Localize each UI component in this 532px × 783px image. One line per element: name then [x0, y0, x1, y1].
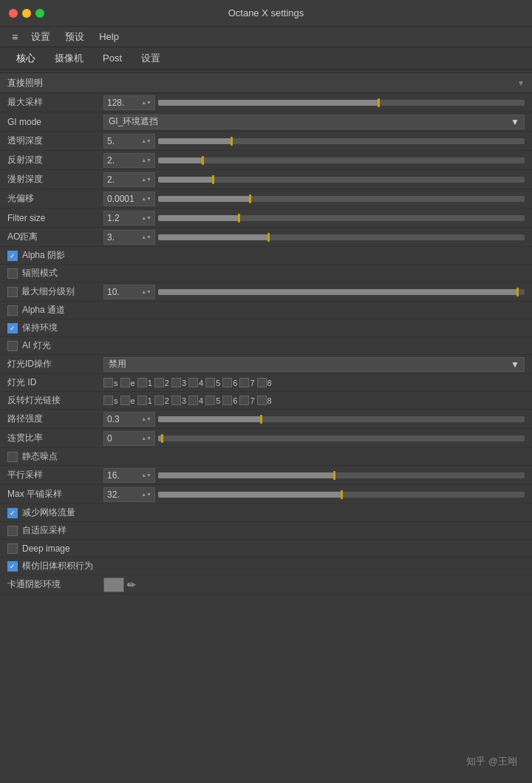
rlk-checkbox-1[interactable]: [137, 396, 147, 405]
light-id-checkbox-1[interactable]: [137, 378, 147, 387]
slider-ao-distance[interactable]: [158, 234, 525, 240]
rlk-checkbox-3[interactable]: [171, 396, 181, 405]
spinbox-parallel-samples[interactable]: 16. ▲▼: [103, 468, 155, 483]
light-id-checkbox-7[interactable]: [239, 378, 249, 387]
light-id-checkbox-s[interactable]: [103, 378, 113, 387]
rlk-checkbox-s[interactable]: [103, 396, 113, 405]
dropdown-gi-mode[interactable]: GI_环境遮挡 ▼: [103, 115, 525, 129]
light-id-checkbox-3[interactable]: [171, 378, 181, 387]
slider-path-intensity[interactable]: [158, 416, 525, 422]
rlk-2: 2: [154, 396, 169, 405]
rlk-checkbox-2[interactable]: [154, 396, 164, 405]
row-light-id: 灯光 ID s e 1 2 3: [0, 374, 532, 392]
light-id-checkbox-e[interactable]: [120, 378, 130, 387]
spinbox-max-subdivision[interactable]: 10. ▲▼: [103, 285, 155, 299]
light-id-checkbox-2[interactable]: [154, 378, 164, 387]
tab-camera[interactable]: 摄像机: [46, 49, 92, 68]
slider-parallel-samples[interactable]: [158, 472, 525, 478]
control-cartoon-shadow: ✏: [103, 577, 525, 592]
spinbox-path-intensity[interactable]: 0.3 ▲▼: [103, 412, 155, 427]
hamburger-icon[interactable]: ≡: [7, 30, 22, 44]
row-reverse-light-link: 反转灯光链接 s e 1 2 3: [0, 392, 532, 410]
checkbox-reduce-network[interactable]: [7, 508, 18, 518]
rlk-checkbox-4[interactable]: [188, 396, 198, 405]
spinbox-diffuse-depth[interactable]: 2. ▲▼: [103, 172, 155, 187]
checkbox-adaptive-sampling[interactable]: [7, 526, 18, 536]
light-id-checkbox-8[interactable]: [257, 378, 267, 387]
light-id-1: 1: [137, 378, 152, 387]
traffic-lights: [9, 9, 44, 18]
menu-item-presets[interactable]: 预设: [59, 29, 90, 45]
chevron-down-icon: ▼: [511, 359, 519, 370]
tab-core[interactable]: 核心: [7, 49, 44, 68]
spinbox-arrows: ▲▼: [141, 492, 151, 497]
close-button[interactable]: [9, 9, 18, 18]
rlk-checkbox-5[interactable]: [205, 396, 215, 405]
color-swatch[interactable]: [103, 577, 124, 592]
checkbox-deep-image[interactable]: [7, 543, 18, 554]
chevron-down-icon: ▼: [517, 79, 525, 87]
checkbox-alpha-channel[interactable]: [7, 305, 18, 316]
chevron-down-icon: ▼: [511, 117, 519, 127]
checkbox-legacy-volume[interactable]: [7, 561, 18, 572]
maximize-button[interactable]: [35, 9, 44, 18]
label-reflection-depth: 反射深度: [7, 154, 103, 166]
control-light-id-op: 禁用 ▼: [103, 357, 525, 372]
checkbox-alpha-shadow[interactable]: [7, 251, 18, 261]
eyedropper-icon[interactable]: ✏: [127, 579, 136, 591]
checkbox-static-noise[interactable]: [7, 452, 18, 462]
slider-transparency-depth[interactable]: [158, 138, 525, 144]
slider-coherence-ratio[interactable]: [158, 435, 525, 441]
reverse-light-link-boxes: s e 1 2 3 4 5: [103, 396, 272, 405]
spinbox-arrows: ▲▼: [141, 138, 151, 143]
slider-max-samples[interactable]: [158, 100, 525, 106]
checkbox-max-subdivision[interactable]: [7, 287, 18, 297]
control-filter-size: 1.2 ▲▼: [103, 211, 525, 226]
label-reduce-network: 减少网络流量: [22, 506, 75, 519]
spinbox-light-offset[interactable]: 0.0001 ▲▼: [103, 191, 155, 206]
section-header-direct-lighting[interactable]: 直接照明 ▼: [0, 72, 532, 93]
rlk-checkbox-6[interactable]: [222, 396, 232, 405]
spinbox-ao-distance[interactable]: 3. ▲▼: [103, 230, 155, 245]
label-light-offset: 光偏移: [7, 192, 103, 205]
light-id-4: 4: [188, 378, 203, 387]
rlk-checkbox-e[interactable]: [120, 396, 130, 405]
label-irradiance-mode: 辐照模式: [22, 267, 58, 279]
title-bar: Octane X settings: [0, 0, 532, 27]
spinbox-filter-size[interactable]: 1.2 ▲▼: [103, 211, 155, 226]
spinbox-arrows: ▲▼: [141, 157, 151, 163]
light-id-3: 3: [171, 378, 186, 387]
label-max-subdivision: 最大细分级别: [21, 285, 75, 298]
control-ao-distance: 3. ▲▼: [103, 230, 525, 245]
spinbox-reflection-depth[interactable]: 2. ▲▼: [103, 153, 155, 168]
checkbox-keep-environment[interactable]: [7, 323, 18, 333]
slider-light-offset[interactable]: [158, 196, 525, 202]
spinbox-max-tile-samples[interactable]: 32. ▲▼: [103, 487, 155, 502]
light-id-7: 7: [239, 378, 254, 387]
checkbox-ai-lighting[interactable]: [7, 341, 18, 351]
light-id-s: s: [103, 378, 118, 387]
tab-post[interactable]: Post: [94, 50, 131, 67]
slider-filter-size[interactable]: [158, 215, 525, 221]
light-id-checkbox-4[interactable]: [188, 378, 198, 387]
light-id-checkbox-5[interactable]: [205, 378, 215, 387]
label-deep-image: Deep image: [22, 543, 70, 554]
light-id-checkbox-6[interactable]: [222, 378, 232, 387]
slider-diffuse-depth[interactable]: [158, 177, 525, 183]
menu-item-settings[interactable]: 设置: [25, 29, 56, 45]
spinbox-arrows: ▲▼: [141, 215, 151, 220]
rlk-checkbox-7[interactable]: [239, 396, 249, 405]
dropdown-light-id-op[interactable]: 禁用 ▼: [103, 357, 525, 372]
minimize-button[interactable]: [22, 9, 31, 18]
tab-settings[interactable]: 设置: [132, 49, 169, 68]
menu-item-help[interactable]: Help: [93, 30, 125, 44]
spinbox-max-samples[interactable]: 128. ▲▼: [103, 95, 155, 110]
slider-max-subdivision[interactable]: [158, 289, 525, 295]
slider-max-tile-samples[interactable]: [158, 492, 525, 498]
spinbox-transparency-depth[interactable]: 5. ▲▼: [103, 134, 155, 149]
checkbox-irradiance-mode[interactable]: [7, 268, 18, 279]
rlk-checkbox-8[interactable]: [257, 396, 267, 405]
spinbox-coherence-ratio[interactable]: 0 ▲▼: [103, 431, 155, 446]
slider-reflection-depth[interactable]: [158, 157, 525, 163]
row-static-noise: 静态噪点: [0, 448, 532, 466]
